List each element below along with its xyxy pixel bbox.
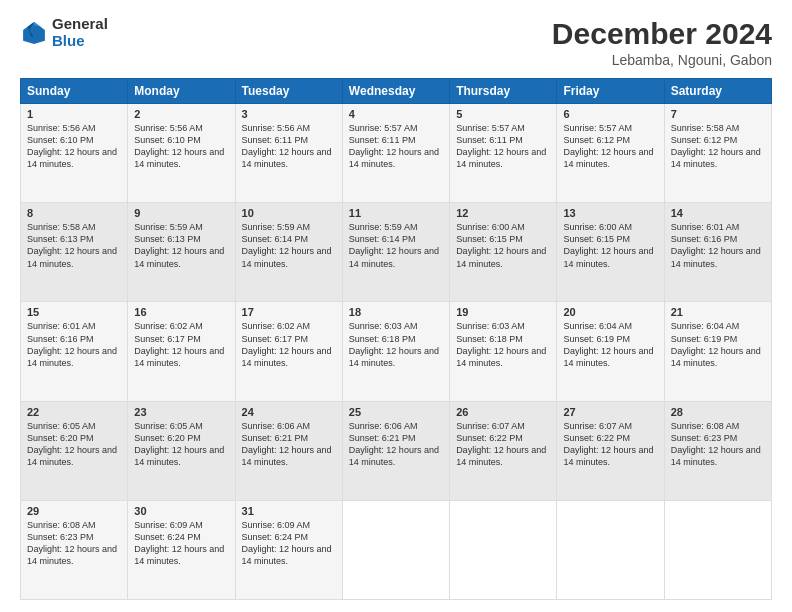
day-number: 6	[563, 108, 657, 120]
day-number: 8	[27, 207, 121, 219]
day-number: 15	[27, 306, 121, 318]
day-cell: 15 Sunrise: 6:01 AM Sunset: 6:16 PM Dayl…	[21, 302, 128, 401]
day-cell: 18 Sunrise: 6:03 AM Sunset: 6:18 PM Dayl…	[342, 302, 449, 401]
day-info: Sunrise: 5:59 AM Sunset: 6:13 PM Dayligh…	[134, 221, 228, 270]
col-thursday: Thursday	[450, 79, 557, 104]
day-number: 17	[242, 306, 336, 318]
day-cell: 20 Sunrise: 6:04 AM Sunset: 6:19 PM Dayl…	[557, 302, 664, 401]
title-block: December 2024 Lebamba, Ngouni, Gabon	[552, 16, 772, 68]
day-info: Sunrise: 5:57 AM Sunset: 6:12 PM Dayligh…	[563, 122, 657, 171]
day-info: Sunrise: 5:56 AM Sunset: 6:10 PM Dayligh…	[27, 122, 121, 171]
day-info: Sunrise: 5:56 AM Sunset: 6:11 PM Dayligh…	[242, 122, 336, 171]
day-cell: 30 Sunrise: 6:09 AM Sunset: 6:24 PM Dayl…	[128, 500, 235, 599]
main-title: December 2024	[552, 16, 772, 52]
day-info: Sunrise: 6:04 AM Sunset: 6:19 PM Dayligh…	[671, 320, 765, 369]
day-cell: 16 Sunrise: 6:02 AM Sunset: 6:17 PM Dayl…	[128, 302, 235, 401]
day-number: 7	[671, 108, 765, 120]
day-number: 29	[27, 505, 121, 517]
week-row-3: 15 Sunrise: 6:01 AM Sunset: 6:16 PM Dayl…	[21, 302, 772, 401]
day-info: Sunrise: 6:02 AM Sunset: 6:17 PM Dayligh…	[242, 320, 336, 369]
logo-general-text: General	[52, 16, 108, 33]
day-number: 11	[349, 207, 443, 219]
page: General Blue December 2024 Lebamba, Ngou…	[0, 0, 792, 612]
subtitle: Lebamba, Ngouni, Gabon	[552, 52, 772, 68]
day-number: 30	[134, 505, 228, 517]
day-cell: 14 Sunrise: 6:01 AM Sunset: 6:16 PM Dayl…	[664, 203, 771, 302]
day-info: Sunrise: 6:01 AM Sunset: 6:16 PM Dayligh…	[671, 221, 765, 270]
day-cell: 4 Sunrise: 5:57 AM Sunset: 6:11 PM Dayli…	[342, 104, 449, 203]
day-cell: 23 Sunrise: 6:05 AM Sunset: 6:20 PM Dayl…	[128, 401, 235, 500]
day-cell: 17 Sunrise: 6:02 AM Sunset: 6:17 PM Dayl…	[235, 302, 342, 401]
calendar-table: Sunday Monday Tuesday Wednesday Thursday…	[20, 78, 772, 600]
day-number: 28	[671, 406, 765, 418]
day-cell	[342, 500, 449, 599]
day-info: Sunrise: 6:00 AM Sunset: 6:15 PM Dayligh…	[563, 221, 657, 270]
day-cell: 24 Sunrise: 6:06 AM Sunset: 6:21 PM Dayl…	[235, 401, 342, 500]
day-info: Sunrise: 6:09 AM Sunset: 6:24 PM Dayligh…	[242, 519, 336, 568]
day-cell: 19 Sunrise: 6:03 AM Sunset: 6:18 PM Dayl…	[450, 302, 557, 401]
day-number: 1	[27, 108, 121, 120]
day-number: 21	[671, 306, 765, 318]
day-info: Sunrise: 6:06 AM Sunset: 6:21 PM Dayligh…	[242, 420, 336, 469]
day-number: 31	[242, 505, 336, 517]
day-cell: 22 Sunrise: 6:05 AM Sunset: 6:20 PM Dayl…	[21, 401, 128, 500]
day-cell: 6 Sunrise: 5:57 AM Sunset: 6:12 PM Dayli…	[557, 104, 664, 203]
day-cell: 2 Sunrise: 5:56 AM Sunset: 6:10 PM Dayli…	[128, 104, 235, 203]
day-cell: 12 Sunrise: 6:00 AM Sunset: 6:15 PM Dayl…	[450, 203, 557, 302]
col-friday: Friday	[557, 79, 664, 104]
day-number: 9	[134, 207, 228, 219]
day-info: Sunrise: 6:03 AM Sunset: 6:18 PM Dayligh…	[349, 320, 443, 369]
day-cell: 7 Sunrise: 5:58 AM Sunset: 6:12 PM Dayli…	[664, 104, 771, 203]
day-number: 23	[134, 406, 228, 418]
week-row-2: 8 Sunrise: 5:58 AM Sunset: 6:13 PM Dayli…	[21, 203, 772, 302]
day-info: Sunrise: 5:56 AM Sunset: 6:10 PM Dayligh…	[134, 122, 228, 171]
day-info: Sunrise: 6:05 AM Sunset: 6:20 PM Dayligh…	[27, 420, 121, 469]
col-wednesday: Wednesday	[342, 79, 449, 104]
logo: General Blue	[20, 16, 108, 49]
day-number: 12	[456, 207, 550, 219]
day-cell: 10 Sunrise: 5:59 AM Sunset: 6:14 PM Dayl…	[235, 203, 342, 302]
day-number: 4	[349, 108, 443, 120]
day-info: Sunrise: 6:07 AM Sunset: 6:22 PM Dayligh…	[563, 420, 657, 469]
day-number: 24	[242, 406, 336, 418]
logo-icon	[20, 19, 48, 47]
day-cell: 25 Sunrise: 6:06 AM Sunset: 6:21 PM Dayl…	[342, 401, 449, 500]
header: General Blue December 2024 Lebamba, Ngou…	[20, 16, 772, 68]
day-number: 27	[563, 406, 657, 418]
day-number: 14	[671, 207, 765, 219]
day-cell	[450, 500, 557, 599]
day-cell: 11 Sunrise: 5:59 AM Sunset: 6:14 PM Dayl…	[342, 203, 449, 302]
day-cell: 5 Sunrise: 5:57 AM Sunset: 6:11 PM Dayli…	[450, 104, 557, 203]
day-cell: 8 Sunrise: 5:58 AM Sunset: 6:13 PM Dayli…	[21, 203, 128, 302]
day-cell: 3 Sunrise: 5:56 AM Sunset: 6:11 PM Dayli…	[235, 104, 342, 203]
day-cell: 28 Sunrise: 6:08 AM Sunset: 6:23 PM Dayl…	[664, 401, 771, 500]
day-info: Sunrise: 5:57 AM Sunset: 6:11 PM Dayligh…	[349, 122, 443, 171]
logo-blue-text: Blue	[52, 33, 108, 50]
week-row-4: 22 Sunrise: 6:05 AM Sunset: 6:20 PM Dayl…	[21, 401, 772, 500]
header-row: Sunday Monday Tuesday Wednesday Thursday…	[21, 79, 772, 104]
day-number: 25	[349, 406, 443, 418]
day-info: Sunrise: 6:06 AM Sunset: 6:21 PM Dayligh…	[349, 420, 443, 469]
day-cell: 27 Sunrise: 6:07 AM Sunset: 6:22 PM Dayl…	[557, 401, 664, 500]
day-cell: 9 Sunrise: 5:59 AM Sunset: 6:13 PM Dayli…	[128, 203, 235, 302]
col-sunday: Sunday	[21, 79, 128, 104]
day-number: 26	[456, 406, 550, 418]
day-info: Sunrise: 5:59 AM Sunset: 6:14 PM Dayligh…	[349, 221, 443, 270]
day-cell: 21 Sunrise: 6:04 AM Sunset: 6:19 PM Dayl…	[664, 302, 771, 401]
week-row-5: 29 Sunrise: 6:08 AM Sunset: 6:23 PM Dayl…	[21, 500, 772, 599]
day-number: 18	[349, 306, 443, 318]
day-info: Sunrise: 6:09 AM Sunset: 6:24 PM Dayligh…	[134, 519, 228, 568]
day-cell: 29 Sunrise: 6:08 AM Sunset: 6:23 PM Dayl…	[21, 500, 128, 599]
day-cell: 13 Sunrise: 6:00 AM Sunset: 6:15 PM Dayl…	[557, 203, 664, 302]
day-number: 5	[456, 108, 550, 120]
day-number: 16	[134, 306, 228, 318]
day-cell	[557, 500, 664, 599]
day-info: Sunrise: 5:59 AM Sunset: 6:14 PM Dayligh…	[242, 221, 336, 270]
day-info: Sunrise: 6:00 AM Sunset: 6:15 PM Dayligh…	[456, 221, 550, 270]
day-info: Sunrise: 5:57 AM Sunset: 6:11 PM Dayligh…	[456, 122, 550, 171]
day-number: 20	[563, 306, 657, 318]
day-info: Sunrise: 6:01 AM Sunset: 6:16 PM Dayligh…	[27, 320, 121, 369]
day-info: Sunrise: 6:02 AM Sunset: 6:17 PM Dayligh…	[134, 320, 228, 369]
day-info: Sunrise: 5:58 AM Sunset: 6:13 PM Dayligh…	[27, 221, 121, 270]
logo-text: General Blue	[52, 16, 108, 49]
